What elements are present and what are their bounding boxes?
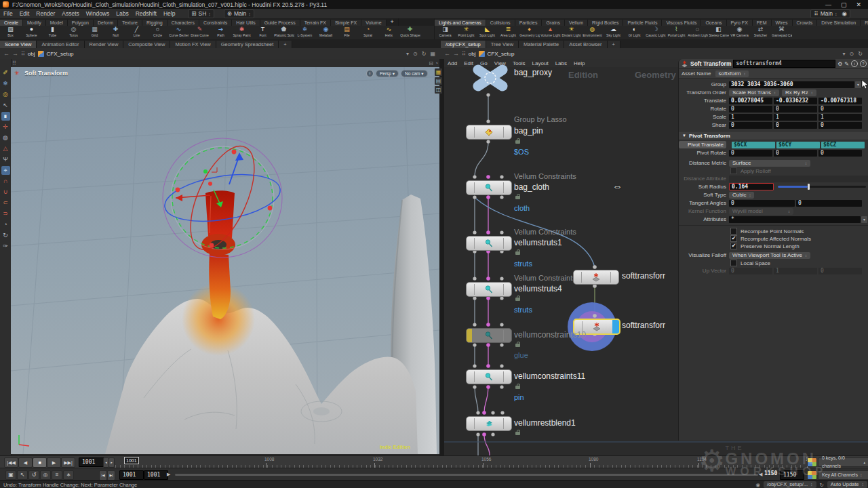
shelf-tool[interactable]: ▮ Tube — [42, 26, 63, 39]
viewport-tool-icon[interactable]: ∎ — [1, 112, 10, 121]
shelf-tab[interactable]: Simple FX — [331, 20, 361, 26]
shelf-tool[interactable]: ♦ Geometry Light — [519, 26, 540, 39]
shelf-tab[interactable]: Lights and Cameras — [435, 20, 486, 26]
node-bag-pin[interactable] — [466, 125, 512, 140]
shelf-tool[interactable]: ✚ Null — [105, 26, 126, 39]
shelf-tool[interactable]: ✎ Draw Curve — [189, 26, 210, 39]
global-end-field[interactable]: 1150 — [780, 470, 804, 480]
info-icon[interactable]: i — [366, 70, 374, 77]
shelf-tab[interactable]: Create — [0, 20, 23, 26]
shelf-tool[interactable]: ◉ Metaball — [315, 26, 336, 39]
shelf-tool[interactable]: ✱ Spray Paint — [231, 26, 252, 39]
timeline-ruler[interactable]: 1001 1008 1032 1056 1080 1104 1128 — [115, 456, 804, 468]
viewport-tool-icon[interactable]: ↖ — [1, 101, 10, 110]
panel-icon[interactable]: ▦ — [430, 51, 435, 57]
forward-arrow-icon[interactable]: → — [12, 50, 18, 57]
node-name[interactable]: bag_pin — [514, 126, 543, 136]
node-name[interactable]: softtransforr — [622, 321, 665, 330]
forward-arrow-icon[interactable]: → — [453, 50, 459, 57]
node-softtransform3[interactable] — [573, 270, 619, 285]
current-frame-flag[interactable]: 1001 — [124, 457, 139, 464]
pane-tab[interactable]: Asset Browser — [564, 41, 607, 48]
help-icon[interactable]: ? — [860, 60, 867, 67]
shelf-tab[interactable]: Viscous Fluids — [662, 20, 701, 26]
shelf-tab[interactable]: Rigging — [142, 20, 167, 26]
stowbar-icon[interactable]: ▦ — [435, 68, 442, 76]
shelf-tool[interactable]: ▤ File — [336, 26, 357, 39]
shelf-tab[interactable]: Grains — [542, 20, 565, 26]
menu-item[interactable]: Assets — [58, 10, 83, 17]
camera-selector[interactable]: No cam ▾ — [401, 70, 427, 77]
pivot-transform-section[interactable]: ▼Pivot Transform — [679, 131, 868, 140]
node-vellumrestblend1[interactable] — [466, 416, 512, 431]
viewport-3d-canvas[interactable] — [11, 67, 439, 454]
play-button[interactable]: ▶ — [47, 458, 61, 468]
back-arrow-icon[interactable]: ← — [444, 50, 450, 57]
viewport-tool-icon[interactable]: ❄ — [1, 79, 10, 88]
playback-range-slider[interactable] — [175, 474, 758, 476]
shelf-tool[interactable]: T Font — [252, 26, 273, 39]
shear-z-field[interactable]: 0 — [818, 122, 862, 129]
up-vector-y-field[interactable]: 1 — [774, 268, 817, 274]
close-button[interactable]: ✕ — [856, 1, 861, 8]
shelf-tool[interactable]: ☀ Distant Light — [561, 26, 582, 39]
display-flag[interactable] — [612, 320, 619, 333]
soft-type-selector[interactable]: Cubic↕ — [729, 192, 754, 199]
shelf-tab[interactable]: Redshift — [861, 20, 868, 26]
rotate-y-field[interactable]: 0 — [774, 106, 817, 113]
playback-option-icon[interactable]: ↖ — [17, 470, 28, 480]
local-space-checkbox[interactable] — [730, 260, 737, 266]
node-name[interactable]: vellumconstraints11 — [514, 371, 585, 381]
shelf-tab[interactable]: + — [387, 18, 399, 26]
path-node[interactable]: CFX_setup — [47, 51, 74, 57]
shelf-tab[interactable]: Wires — [772, 20, 793, 26]
keys-status[interactable]: 0 keys, 0/0 channels▴ — [818, 458, 868, 467]
jump-end-button[interactable]: ▶▶| — [61, 458, 75, 468]
viewport-tool-icon[interactable]: ∪ — [1, 188, 10, 197]
node-vellumconstraints11[interactable] — [466, 369, 512, 384]
shelf-tool[interactable]: ● Sphere — [21, 26, 42, 39]
menu-item[interactable]: Windows — [83, 10, 113, 17]
pivot-rotate-x-field[interactable]: 0 — [729, 150, 772, 157]
checkbox[interactable]: ✔ — [730, 235, 737, 242]
refresh-icon[interactable]: ↻ — [858, 51, 863, 57]
tangent-angle-2-field[interactable]: 0 — [796, 200, 862, 207]
checkbox[interactable]: ✔ — [730, 243, 737, 249]
shelf-tool[interactable]: ▲ Volume Light — [540, 26, 561, 39]
pane-divider[interactable] — [439, 59, 444, 455]
scale-z-field[interactable]: 1 — [818, 114, 862, 121]
pin-icon[interactable]: ⊙ — [413, 51, 418, 57]
pivot-translate-z-field[interactable]: $6CZ — [821, 142, 865, 148]
stop-button[interactable]: ■ — [33, 458, 47, 468]
attributes-dropdown[interactable]: ▾ — [861, 216, 867, 223]
node-name[interactable]: vellumstruts1 — [514, 238, 562, 247]
rotate-order-selector[interactable]: Rx Ry Rz↕ — [782, 89, 816, 96]
shelf-tool[interactable]: ▦ Grid — [84, 26, 105, 39]
shelf-tab[interactable]: Texture — [118, 20, 142, 26]
viewport-tool-icon[interactable]: ✛ — [1, 123, 10, 131]
shelf-tab[interactable]: Terrain FX — [300, 20, 331, 26]
shelf-tab[interactable]: Polygon — [68, 20, 94, 26]
distance-metric-selector[interactable]: Surface↕ — [729, 160, 810, 167]
viewport-tool-icon[interactable]: ∩ — [1, 177, 10, 186]
main-layout-selector[interactable]: ⠿ Main↕ ◉ — [810, 9, 850, 18]
visualize-falloff-selector[interactable]: When Viewport Tool Is Active↕ — [729, 252, 810, 259]
shelf-tool[interactable]: ◐ GI Light — [624, 26, 645, 39]
shelf-tool[interactable]: ⌘ Gamepad Camera — [771, 26, 792, 39]
pane-tab[interactable]: /obj/CFX_setup — [441, 41, 486, 48]
brush-icon[interactable]: ✎ — [844, 61, 849, 67]
shelf-tool[interactable]: ❄ L-System — [294, 26, 315, 39]
node-name[interactable]: vellumrestblend1 — [514, 418, 576, 428]
global-start-field[interactable]: 1001 — [119, 470, 144, 480]
pivot-translate-label[interactable]: Pivot Translate — [679, 141, 726, 148]
restore-button[interactable]: ▢ — [841, 1, 847, 8]
range-start-button[interactable]: |◀ — [99, 470, 107, 481]
node-vellumconstraints10[interactable] — [466, 328, 512, 343]
tangent-angle-1-field[interactable]: 0 — [729, 200, 795, 207]
stowbar-icon[interactable]: ▤ — [435, 77, 442, 85]
shelf-tool[interactable]: ◌ Ambient Light — [687, 26, 708, 39]
pivot-translate-x-field[interactable]: $6CX — [732, 142, 775, 148]
translate-z-field[interactable]: -0.00767318 — [818, 98, 862, 104]
display-options-icon[interactable]: ⠿ — [11, 60, 16, 66]
attributes-field[interactable]: * — [729, 216, 861, 223]
